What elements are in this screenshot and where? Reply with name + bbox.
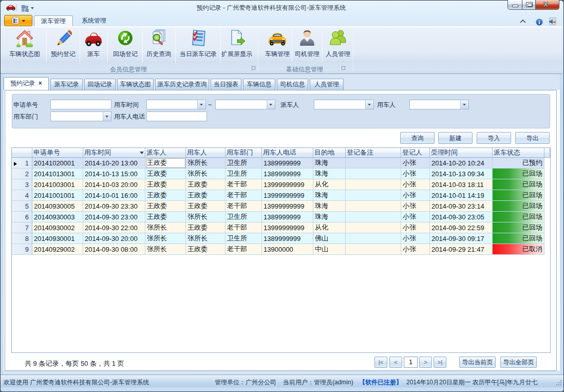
svg-text:i: i	[539, 20, 540, 25]
